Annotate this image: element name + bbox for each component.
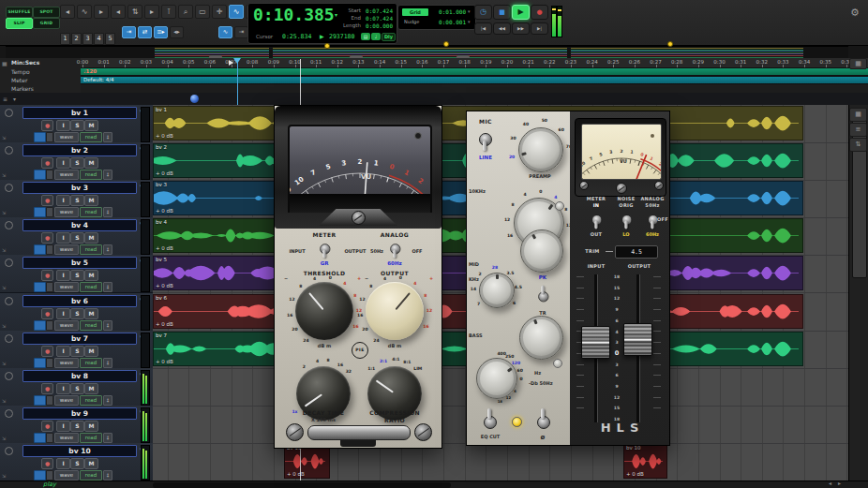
track-name-box[interactable]: bv 4 bbox=[22, 219, 137, 231]
track-record-button[interactable]: ● bbox=[41, 120, 53, 131]
track-automation-selector[interactable]: read bbox=[80, 358, 102, 368]
horizontal-scrollbar[interactable] bbox=[0, 481, 868, 488]
stop-button[interactable]: ■ bbox=[493, 5, 511, 20]
track-automation-selector[interactable]: read bbox=[80, 320, 102, 331]
track-mute-button[interactable]: M bbox=[84, 270, 98, 281]
mode-grid-button[interactable]: GRID bbox=[33, 18, 60, 29]
chevron-down-icon[interactable]: ▾ bbox=[335, 11, 337, 18]
track-fader-icon[interactable]: ‡ bbox=[103, 282, 112, 292]
track-solo-button[interactable]: S bbox=[70, 195, 84, 206]
marker-dot-icon[interactable] bbox=[324, 43, 330, 49]
track-resize-icon[interactable]: ⇲ bbox=[2, 398, 6, 404]
fast-forward-button[interactable]: ▶▶ bbox=[512, 22, 530, 35]
track-color-dot[interactable] bbox=[5, 259, 13, 267]
tempo-lane-label[interactable]: Tempo bbox=[11, 68, 30, 75]
track-name-box[interactable]: bv 9 bbox=[22, 407, 137, 420]
track-record-button[interactable]: ● bbox=[41, 195, 53, 206]
track-mute-button[interactable]: M bbox=[84, 383, 98, 394]
phase-toggle[interactable] bbox=[536, 409, 549, 434]
trim-clip-icon[interactable]: ⊺ bbox=[161, 5, 176, 19]
tempo-marker[interactable]: ♩120 bbox=[83, 68, 97, 74]
main-time-display[interactable]: 0:10.385 bbox=[253, 5, 335, 24]
track-view-selector[interactable]: wave bbox=[54, 207, 79, 217]
track-fader-icon[interactable]: ‡ bbox=[103, 395, 112, 406]
track-record-button[interactable]: ● bbox=[41, 270, 53, 281]
track-solo-button[interactable]: S bbox=[70, 458, 84, 469]
mode-shuffle-button[interactable]: SHUFFLE bbox=[6, 7, 33, 18]
bass-freq-knob[interactable] bbox=[476, 358, 517, 399]
bass-button[interactable] bbox=[553, 359, 562, 368]
compressor-plugin-window[interactable]: VU 2010753210123 METER ANALOG INPUT OUTP… bbox=[274, 105, 442, 449]
track-mute-button[interactable]: M bbox=[84, 120, 98, 131]
track-solo-button[interactable]: S bbox=[70, 270, 84, 281]
track-record-button[interactable]: ● bbox=[41, 458, 53, 469]
mid-pk-tr-toggle[interactable] bbox=[537, 287, 547, 306]
selection-start-value[interactable]: 0:07.424 bbox=[361, 7, 393, 14]
marker-dot-icon[interactable] bbox=[443, 41, 449, 47]
canvas-list-icon[interactable]: ≡ bbox=[849, 123, 867, 137]
chevron-down-icon[interactable]: ▾ bbox=[13, 96, 16, 102]
track-record-button[interactable]: ● bbox=[41, 232, 53, 244]
track-fader-icon[interactable]: ‡ bbox=[103, 470, 112, 481]
track-resize-icon[interactable]: ⇲ bbox=[2, 210, 6, 215]
track-options-icon[interactable] bbox=[46, 282, 53, 292]
main-counter-panel[interactable]: 0:10.385 ▾ Start 0:07.424 End 0:07.424 L… bbox=[247, 3, 397, 44]
track-name-box[interactable]: bv 10 bbox=[22, 445, 137, 457]
track-resize-icon[interactable]: ⇲ bbox=[2, 436, 6, 441]
output-fader-cap[interactable] bbox=[623, 323, 652, 356]
track-name-box[interactable]: bv 2 bbox=[22, 144, 137, 156]
track-color-dot[interactable] bbox=[5, 447, 13, 455]
mode-spot-button[interactable]: SPOT bbox=[33, 7, 60, 18]
meter-source-toggle[interactable] bbox=[319, 239, 329, 259]
mode-slip-button[interactable]: SLIP bbox=[6, 18, 33, 29]
track-automation-selector[interactable]: read bbox=[80, 244, 102, 255]
track-playlist-icon[interactable] bbox=[34, 470, 46, 481]
track-playlist-icon[interactable] bbox=[34, 395, 46, 406]
track-shrink-arrow-icon[interactable]: ◂ bbox=[111, 5, 126, 19]
track-view-selector[interactable]: wave bbox=[54, 320, 79, 331]
eq-cut-toggle[interactable] bbox=[483, 409, 496, 434]
track-color-dot[interactable] bbox=[5, 297, 13, 305]
track-solo-button[interactable]: S bbox=[70, 308, 84, 319]
track-solo-button[interactable]: S bbox=[70, 421, 84, 432]
track-options-icon[interactable] bbox=[46, 207, 53, 217]
track-name-box[interactable]: bv 6 bbox=[22, 295, 137, 307]
playhead-marker[interactable] bbox=[233, 58, 241, 64]
pre-roll-badge[interactable]: ▤ bbox=[361, 33, 370, 40]
track-playlist-icon[interactable] bbox=[34, 358, 46, 368]
track-playlist-icon[interactable] bbox=[34, 244, 46, 255]
track-mute-button[interactable]: M bbox=[84, 308, 98, 319]
track-input-button[interactable]: I bbox=[56, 421, 70, 432]
track-resize-icon[interactable]: ⇲ bbox=[2, 285, 6, 290]
zoomer-tool-icon[interactable]: ⌕ bbox=[178, 5, 193, 19]
chevron-down-icon[interactable]: ▾ bbox=[468, 19, 471, 24]
play-button[interactable]: ▶ bbox=[512, 5, 530, 20]
selection-end-value[interactable]: 0:07.424 bbox=[361, 15, 393, 22]
link-track-edit-icon[interactable]: ◂▸ bbox=[170, 26, 184, 38]
smart-tool-icon[interactable]: ∿ bbox=[229, 5, 244, 19]
zoom-preset-3[interactable]: 3 bbox=[82, 33, 93, 45]
threshold-knob[interactable] bbox=[295, 282, 353, 340]
track-options-icon[interactable] bbox=[46, 358, 53, 368]
track-record-button[interactable]: ● bbox=[41, 346, 53, 357]
track-grow-arrow-icon[interactable]: ▸ bbox=[144, 5, 159, 19]
marker-dot-icon[interactable] bbox=[667, 41, 673, 47]
track-input-button[interactable]: I bbox=[56, 120, 70, 131]
list-icon[interactable]: ≡ bbox=[3, 96, 7, 102]
vertical-scrollbar[interactable] bbox=[848, 105, 868, 481]
track-playlist-icon[interactable] bbox=[34, 320, 46, 331]
online-button[interactable]: ◷ bbox=[474, 5, 492, 20]
zoom-left-arrow-icon[interactable]: ◂ bbox=[60, 5, 75, 19]
track-view-selector[interactable]: wave bbox=[54, 358, 79, 368]
track-solo-button[interactable]: S bbox=[70, 232, 84, 244]
track-playlist-icon[interactable] bbox=[34, 170, 46, 180]
track-solo-button[interactable]: S bbox=[70, 120, 84, 131]
track-mute-button[interactable]: M bbox=[84, 195, 98, 206]
horizontal-scroll-thumb[interactable] bbox=[153, 482, 451, 488]
meter-screw-icon[interactable] bbox=[352, 211, 366, 225]
track-options-icon[interactable] bbox=[46, 395, 53, 406]
track-input-button[interactable]: I bbox=[56, 157, 70, 169]
track-color-dot[interactable] bbox=[5, 109, 13, 117]
zoom-right-arrow-icon[interactable]: ▸ bbox=[94, 5, 109, 19]
zoom-preset-5[interactable]: 5 bbox=[105, 33, 115, 45]
